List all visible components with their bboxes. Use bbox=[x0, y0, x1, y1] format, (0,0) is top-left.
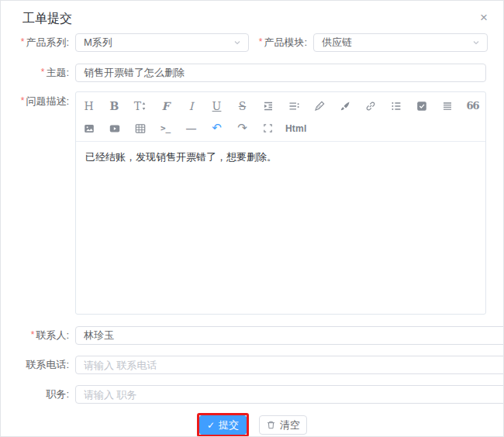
undo-icon[interactable]: ↶ bbox=[209, 120, 225, 137]
description-label: *问题描述: bbox=[16, 93, 75, 110]
position-label: 职务: bbox=[16, 385, 75, 404]
subject-label: *主题: bbox=[16, 64, 75, 82]
product-module-value: 供应链 bbox=[322, 36, 352, 50]
clear-button[interactable]: 清空 bbox=[259, 415, 307, 435]
product-series-value: M系列 bbox=[84, 36, 112, 50]
clear-button-label: 清空 bbox=[280, 420, 300, 430]
bullet-list-icon[interactable] bbox=[388, 98, 404, 115]
dialog-footer: ✓ 提交 清空 bbox=[1, 413, 503, 437]
submit-button-label: 提交 bbox=[219, 420, 239, 430]
phone-input[interactable] bbox=[75, 356, 504, 374]
contact-input[interactable] bbox=[75, 326, 504, 345]
submit-highlight-box: ✓ 提交 bbox=[197, 413, 249, 437]
chevron-down-icon bbox=[233, 38, 242, 47]
row-contact: *联系人: 电子邮箱: bbox=[16, 326, 486, 345]
required-mark: * bbox=[31, 329, 35, 340]
required-mark: * bbox=[41, 67, 45, 77]
video-icon[interactable] bbox=[106, 120, 123, 137]
editor-content[interactable]: 已经结账，发现销售开票错了，想要删除。 bbox=[76, 142, 485, 314]
submit-button[interactable]: ✓ 提交 bbox=[199, 415, 247, 435]
table-icon[interactable] bbox=[132, 120, 148, 137]
dialog-header: 工单提交 × bbox=[1, 1, 503, 27]
product-series-select[interactable]: M系列 bbox=[75, 33, 249, 52]
description-editor: H B T F I U S 66 bbox=[75, 91, 486, 315]
page-title: 工单提交 bbox=[22, 10, 72, 27]
trash-icon bbox=[266, 420, 276, 430]
chevron-down-icon bbox=[471, 38, 481, 47]
editor-toolbar-row-1: H B T F I U S 66 bbox=[76, 95, 485, 117]
required-mark: * bbox=[21, 95, 25, 106]
strikethrough-icon[interactable]: S bbox=[234, 98, 250, 115]
brush-icon[interactable] bbox=[337, 98, 353, 115]
todo-list-icon[interactable] bbox=[413, 98, 430, 115]
font-family-icon[interactable]: F bbox=[157, 98, 174, 115]
product-series-label: *产品系列: bbox=[16, 33, 75, 52]
contact-label: *联系人: bbox=[16, 326, 75, 345]
required-mark: * bbox=[21, 36, 25, 47]
check-icon: ✓ bbox=[207, 421, 215, 430]
heading-icon[interactable]: H bbox=[81, 98, 97, 115]
row-product: *产品系列: M系列 *产品模块: 供应链 bbox=[16, 33, 486, 52]
product-module-select[interactable]: 供应链 bbox=[313, 33, 488, 52]
align-icon[interactable] bbox=[439, 98, 455, 115]
code-icon[interactable]: >_ bbox=[157, 120, 174, 137]
underline-icon[interactable]: U bbox=[209, 98, 225, 115]
redo-icon[interactable]: ↷ bbox=[234, 120, 250, 137]
pen-icon[interactable] bbox=[311, 98, 327, 115]
line-height-icon[interactable] bbox=[285, 98, 302, 115]
required-mark: * bbox=[259, 36, 263, 47]
link-icon[interactable] bbox=[362, 98, 378, 115]
italic-icon[interactable]: I bbox=[183, 98, 199, 115]
bold-icon[interactable]: B bbox=[106, 98, 123, 115]
row-subject: *主题: bbox=[16, 64, 486, 82]
phone-label: 联系电话: bbox=[16, 356, 75, 374]
product-module-label: *产品模块: bbox=[249, 33, 313, 52]
row-position: 职务: bbox=[16, 385, 486, 404]
subject-input[interactable] bbox=[75, 64, 486, 82]
work-order-dialog: 工单提交 × *产品系列: M系列 *产品模块: 供应链 *主题: *问题描述:… bbox=[0, 0, 504, 437]
close-icon: × bbox=[480, 10, 488, 25]
row-phone: 联系电话: 手机号码: bbox=[16, 356, 486, 374]
html-icon[interactable]: Html bbox=[285, 120, 306, 137]
image-icon[interactable] bbox=[81, 120, 97, 137]
indent-icon[interactable] bbox=[260, 98, 276, 115]
editor-toolbar-row-2: >_ — ↶ ↷ Html bbox=[76, 117, 485, 139]
quote-icon[interactable]: 66 bbox=[464, 98, 481, 115]
position-input[interactable] bbox=[75, 385, 504, 404]
font-size-icon[interactable]: T bbox=[132, 98, 148, 115]
horizontal-rule-icon[interactable]: — bbox=[183, 120, 199, 137]
close-button[interactable]: × bbox=[475, 10, 492, 26]
row-description: *问题描述: H B T F I U S 66 bbox=[16, 91, 486, 315]
fullscreen-icon[interactable] bbox=[260, 120, 276, 137]
